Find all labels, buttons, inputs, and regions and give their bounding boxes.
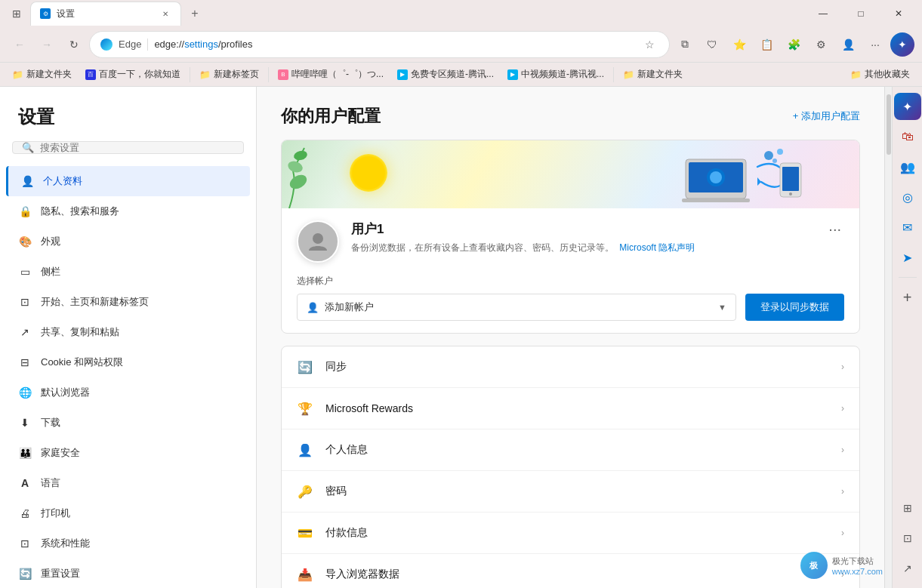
bookmark-item-tencent2[interactable]: ▶ 中视频频道-腾讯视... <box>501 66 610 84</box>
profile-more-button[interactable]: ··· <box>825 220 844 238</box>
account-select-text: 添加新帐户 <box>325 300 712 314</box>
sidebar-add-button[interactable]: + <box>894 284 921 311</box>
sidebar-outlook-button[interactable]: ✉ <box>894 214 921 241</box>
nav-item-printer[interactable]: 🖨 打印机 <box>6 498 250 528</box>
sidebar-external-button[interactable]: ↗ <box>894 555 921 582</box>
collections-button[interactable]: 📋 <box>754 32 779 57</box>
nav-item-language[interactable]: A 语言 <box>6 468 250 498</box>
nav-item-system[interactable]: ⊡ 系统和性能 <box>6 528 250 559</box>
nav-item-sidebar[interactable]: ▭ 侧栏 <box>6 257 250 287</box>
settings-item-personal-info[interactable]: 👤 个人信息 › <box>282 429 859 471</box>
sidebar-send-button[interactable]: ➤ <box>894 244 921 271</box>
import-arrow-icon: › <box>841 569 844 580</box>
sync-label: 同步 <box>325 360 829 374</box>
bookmark-item-folder2[interactable]: 📁 新建文件夹 <box>617 66 689 84</box>
sidebar-divider1 <box>899 277 917 278</box>
passwords-arrow-icon: › <box>841 486 844 497</box>
copilot-button[interactable]: ✦ <box>890 32 914 57</box>
nav-label-privacy: 隐私、搜索和服务 <box>41 205 119 218</box>
settings-item-rewards[interactable]: 🏆 Microsoft Rewards › <box>282 388 859 429</box>
profile-button[interactable]: 👤 <box>836 32 860 57</box>
search-input[interactable] <box>40 142 234 153</box>
favorites-button[interactable]: ☆ <box>640 35 658 54</box>
sidebar-shopping-button[interactable]: 🛍 <box>894 123 921 150</box>
extensions-button[interactable]: 🧩 <box>782 32 806 57</box>
nav-item-family[interactable]: 👪 家庭安全 <box>6 438 250 468</box>
folder-icon: 📁 <box>12 69 23 80</box>
bookmark-separator2 <box>268 67 269 82</box>
nav-item-default-browser[interactable]: 🌐 默认浏览器 <box>6 377 250 408</box>
sidebar-copilot-button[interactable]: ✦ <box>894 93 921 120</box>
favorites-bar-button[interactable]: ⭐ <box>727 32 751 57</box>
baidu-icon: 百 <box>85 69 96 80</box>
settings-item-passwords[interactable]: 🔑 密码 › <box>282 471 859 513</box>
nav-label-printer: 打印机 <box>41 506 70 520</box>
svg-point-14 <box>313 233 323 244</box>
personal-info-label: 个人信息 <box>325 443 829 457</box>
profile-section-header: 你的用户配置 + 添加用户配置 <box>281 105 860 128</box>
nav-item-share[interactable]: ↗ 共享、复制和粘贴 <box>6 317 250 347</box>
bookmark-item-newtab[interactable]: 📁 新建标签页 <box>193 66 265 84</box>
nav-label-default-browser: 默认浏览器 <box>41 386 90 399</box>
settings-item-payment[interactable]: 💳 付款信息 › <box>282 513 859 554</box>
newtab-icon: 📁 <box>199 69 211 80</box>
settings-item-sync[interactable]: 🔄 同步 › <box>282 346 859 388</box>
rewards-label: Microsoft Rewards <box>325 402 829 414</box>
search-box[interactable]: 🔍 <box>12 141 244 154</box>
bookmark-item-tencent1[interactable]: ▶ 免费专区频道-腾讯... <box>391 66 500 84</box>
svg-point-0 <box>288 172 310 192</box>
maximize-button[interactable]: □ <box>843 2 878 26</box>
add-profile-button[interactable]: + 添加用户配置 <box>793 109 860 123</box>
scrollbar-track[interactable] <box>884 87 892 588</box>
nav-item-reset[interactable]: 🔄 重置设置 <box>6 559 250 588</box>
tab-close-button[interactable]: ✕ <box>159 8 171 20</box>
bookmark-separator3 <box>613 67 614 82</box>
search-icon: 🔍 <box>22 142 34 153</box>
settings-more-button[interactable]: ⚙ <box>809 32 833 57</box>
browser-essentials-button[interactable]: 🛡 <box>700 32 724 57</box>
sidebar-layout-button[interactable]: ⊡ <box>894 525 921 552</box>
bookmark-item-bilibili[interactable]: B 哔哩哔哩（゜-゜）つ... <box>272 66 390 84</box>
svg-point-13 <box>772 159 777 163</box>
browser-right-sidebar: ✦ 🛍 👥 ◎ ✉ ➤ + ⊞ ⊡ ↗ <box>892 87 922 588</box>
language-icon: A <box>18 476 32 490</box>
settings-item-import[interactable]: 📥 导入浏览器数据 › <box>282 554 859 588</box>
refresh-button[interactable]: ↻ <box>62 32 86 57</box>
new-tab-button[interactable]: + <box>184 3 205 24</box>
split-screen-button[interactable]: ⧉ <box>673 32 697 57</box>
minimize-button[interactable]: — <box>806 2 840 26</box>
sidebar-social-button[interactable]: 👥 <box>894 153 921 180</box>
privacy-link[interactable]: Microsoft 隐私声明 <box>619 242 695 253</box>
family-icon: 👪 <box>18 446 32 460</box>
back-button[interactable]: ← <box>8 32 32 57</box>
nav-item-profile[interactable]: 👤 个人资料 <box>6 166 250 196</box>
tencent1-icon: ▶ <box>397 69 408 80</box>
nav-label-system: 系统和性能 <box>41 537 90 550</box>
import-label: 导入浏览器数据 <box>325 568 829 581</box>
scrollbar-thumb[interactable] <box>887 94 891 155</box>
bookmarks-more-btn[interactable]: 📁 其他收藏夹 <box>844 68 916 81</box>
nav-item-downloads[interactable]: ⬇ 下载 <box>6 408 250 438</box>
more-button[interactable]: ··· <box>863 32 887 57</box>
profile-section-title: 你的用户配置 <box>281 105 381 128</box>
nav-item-appearance[interactable]: 🎨 外观 <box>6 226 250 257</box>
bookmark-item-folder1[interactable]: 📁 新建文件夹 <box>6 66 78 84</box>
close-button[interactable]: ✕ <box>881 2 916 26</box>
address-separator <box>147 38 148 51</box>
sidebar-zoom-button[interactable]: ⊞ <box>894 494 921 522</box>
nav-item-startup[interactable]: ⊡ 开始、主页和新建标签页 <box>6 287 250 317</box>
nav-item-cookies[interactable]: ⊟ Cookie 和网站权限 <box>6 347 250 377</box>
sidebar-edge-button[interactable]: ◎ <box>894 183 921 211</box>
nav-item-privacy[interactable]: 🔒 隐私、搜索和服务 <box>6 196 250 226</box>
svg-rect-9 <box>782 167 799 191</box>
share-icon: ↗ <box>18 325 32 339</box>
passwords-icon: 🔑 <box>297 483 313 500</box>
account-select[interactable]: 👤 添加新帐户 ▼ <box>297 294 736 321</box>
forward-button[interactable]: → <box>35 32 59 57</box>
settings-title: 设置 <box>0 87 256 141</box>
tab-toggle[interactable]: ⊞ <box>6 3 27 24</box>
tab[interactable]: ⚙ 设置 ✕ <box>30 2 181 26</box>
bookmark-item-baidu[interactable]: 百 百度一下，你就知道 <box>79 66 187 84</box>
address-bar[interactable]: Edge edge://settings/profiles ☆ <box>89 31 670 58</box>
sync-button[interactable]: 登录以同步数据 <box>745 294 844 321</box>
